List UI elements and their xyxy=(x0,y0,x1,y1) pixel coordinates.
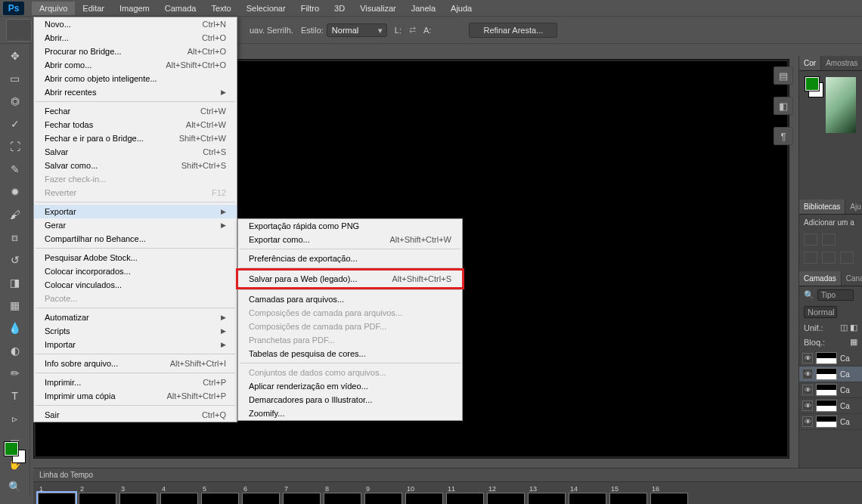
fg-color[interactable] xyxy=(805,77,819,91)
adjustments-tab[interactable]: Aju xyxy=(845,199,862,214)
menu-item-fechar[interactable]: FecharCtrl+W xyxy=(34,104,237,118)
frame-thumb[interactable] xyxy=(242,493,280,504)
frame-thumb[interactable] xyxy=(446,493,484,504)
unif-icons[interactable]: ◫ ◧ xyxy=(840,323,857,332)
frame-thumb[interactable] xyxy=(364,493,402,504)
menu-item-abrir-como-[interactable]: Abrir como...Alt+Shift+Ctrl+O xyxy=(34,58,237,72)
pen-tool[interactable]: ✏ xyxy=(6,364,24,382)
menu-editar[interactable]: Editar xyxy=(75,2,112,15)
quick-select-tool[interactable]: ✓ xyxy=(6,115,24,133)
menu-item-procurar-no-bridge-[interactable]: Procurar no Bridge...Alt+Ctrl+O xyxy=(34,45,237,58)
frame-thumb[interactable] xyxy=(487,493,525,504)
refine-edge-button[interactable]: Refinar Aresta... xyxy=(469,23,557,38)
menu-item-exportar[interactable]: Exportar▶ xyxy=(34,205,237,218)
blur-tool[interactable]: 💧 xyxy=(6,319,24,337)
submenu-item-salvar-para-a-web-legado-[interactable]: Salvar para a Web (legado)...Alt+Shift+C… xyxy=(238,272,462,286)
gradient-tool[interactable]: ▦ xyxy=(6,296,24,314)
submenu-item-demarcadores-para-o-illustrator-[interactable]: Demarcadores para o Illustrator... xyxy=(238,393,462,407)
menu-item-fechar-todas[interactable]: Fechar todasAlt+Ctrl+W xyxy=(34,118,237,131)
menu-item-abrir-como-objeto-inteligente-[interactable]: Abrir como objeto inteligente... xyxy=(34,72,237,85)
submenu-item-prefer-ncias-de-exporta-o-[interactable]: Preferências de exportação... xyxy=(238,252,462,265)
menu-item-info-sobre-arquivo-[interactable]: Info sobre arquivo...Alt+Shift+Ctrl+I xyxy=(34,357,237,370)
eraser-tool[interactable]: ◨ xyxy=(6,274,24,292)
submenu-item-exportar-como-[interactable]: Exportar como...Alt+Shift+Ctrl+W xyxy=(238,233,462,246)
layer-row[interactable]: 👁Ca xyxy=(799,398,862,414)
eye-icon[interactable]: 👁 xyxy=(802,400,813,411)
submenu-item-aplicar-renderiza-o-em-v-deo-[interactable]: Aplicar renderização em vídeo... xyxy=(238,379,462,393)
zoom-tool[interactable]: 🔍 xyxy=(6,478,24,496)
menu-item-gerar[interactable]: Gerar▶ xyxy=(34,218,237,232)
adjust-icon-1[interactable] xyxy=(804,233,817,246)
menu-item-novo-[interactable]: Novo...Ctrl+N xyxy=(34,17,237,31)
layer-row[interactable]: 👁Ca xyxy=(799,351,862,366)
healing-tool[interactable]: ✹ xyxy=(6,183,24,201)
frame-thumb[interactable] xyxy=(528,493,566,504)
frame-thumb[interactable] xyxy=(79,493,116,504)
channels-tab[interactable]: Cana xyxy=(842,271,862,286)
lock-icons[interactable]: ▦ xyxy=(850,337,857,347)
adjust-icon-2[interactable] xyxy=(822,233,836,246)
menu-item-imprimir-[interactable]: Imprimir...Ctrl+P xyxy=(34,376,237,389)
stamp-tool[interactable]: ⧈ xyxy=(6,228,24,246)
adjust-icon-4[interactable] xyxy=(822,252,836,264)
frame-thumb[interactable] xyxy=(38,493,76,504)
fg-bg-color[interactable] xyxy=(805,77,823,97)
menu-item-salvar[interactable]: SalvarCtrl+S xyxy=(34,145,237,159)
lasso-tool[interactable]: ⏣ xyxy=(6,92,24,110)
blend-mode-select[interactable]: Normal xyxy=(804,306,837,318)
menu-item-pesquisar-adobe-stock-[interactable]: Pesquisar Adobe Stock... xyxy=(34,251,237,264)
submenu-item-tabelas-de-pesquisa-de-cores-[interactable]: Tabelas de pesquisa de cores... xyxy=(238,347,462,360)
properties-panel-icon[interactable]: ◧ xyxy=(774,97,793,115)
menu-texto[interactable]: Texto xyxy=(203,2,238,15)
menu-item-fechar-e-ir-para-o-bridge-[interactable]: Fechar e ir para o Bridge...Shift+Ctrl+W xyxy=(34,131,237,145)
brush-tool[interactable]: 🖌 xyxy=(6,206,24,224)
frame-thumb[interactable] xyxy=(160,493,198,504)
submenu-item-camadas-para-arquivos-[interactable]: Camadas para arquivos... xyxy=(238,292,462,306)
characters-panel-icon[interactable]: ¶ xyxy=(774,127,793,145)
menu-item-colocar-incorporados-[interactable]: Colocar incorporados... xyxy=(34,264,237,278)
menu-arquivo[interactable]: Arquivo xyxy=(32,2,75,15)
frame-thumb[interactable] xyxy=(569,493,606,504)
fg-bg-swatch-toolbar[interactable] xyxy=(5,442,26,463)
menu-selecionar[interactable]: Selecionar xyxy=(239,2,293,15)
menu-visualizar[interactable]: Visualizar xyxy=(352,2,404,15)
style-dropdown[interactable]: Normal xyxy=(327,23,387,37)
menu-item-sair[interactable]: SairCtrl+Q xyxy=(34,408,237,422)
swap-icon[interactable]: ⇄ xyxy=(409,25,416,35)
submenu-item-zoomify-[interactable]: Zoomify... xyxy=(238,407,462,420)
eye-icon[interactable]: 👁 xyxy=(802,353,813,363)
type-tool[interactable]: T xyxy=(6,387,24,405)
layer-row[interactable]: 👁Ca xyxy=(799,414,862,430)
menu-item-imprimir-uma-c-pia[interactable]: Imprimir uma cópiaAlt+Shift+Ctrl+P xyxy=(34,389,237,403)
eyedropper-tool[interactable]: ✎ xyxy=(6,160,24,178)
frame-thumb[interactable] xyxy=(119,493,157,504)
layers-tab[interactable]: Camadas xyxy=(799,271,842,286)
layer-row[interactable]: 👁Ca xyxy=(799,382,862,398)
libraries-tab[interactable]: Bibliotecas xyxy=(799,199,845,214)
layer-filter-type[interactable]: Tipo xyxy=(817,289,854,301)
frame-thumb[interactable] xyxy=(201,493,239,504)
menu-item-compartilhar-no-behance-[interactable]: Compartilhar no Behance... xyxy=(34,232,237,246)
menu-item-colocar-vinculados-[interactable]: Colocar vinculados... xyxy=(34,278,237,292)
color-tab[interactable]: Cor xyxy=(799,56,821,70)
history-brush-tool[interactable]: ↺ xyxy=(6,251,24,269)
crop-tool[interactable]: ⛶ xyxy=(6,138,24,156)
eye-icon[interactable]: 👁 xyxy=(802,416,813,427)
timeline-title[interactable]: Linha do Tempo xyxy=(33,468,862,482)
swatches-tab[interactable]: Amostras xyxy=(821,56,862,70)
menu-item-importar[interactable]: Importar▶ xyxy=(34,338,237,351)
menu-item-salvar-como-[interactable]: Salvar como...Shift+Ctrl+S xyxy=(34,159,237,172)
frame-thumb[interactable] xyxy=(283,493,321,504)
marquee-tool[interactable]: ▭ xyxy=(6,70,24,88)
path-select-tool[interactable]: ▹ xyxy=(6,410,24,428)
submenu-item-exporta-o-r-pida-como-png[interactable]: Exportação rápida como PNG xyxy=(238,219,462,233)
frame-thumb[interactable] xyxy=(324,493,361,504)
menu-filtro[interactable]: Filtro xyxy=(293,2,327,15)
menu-item-automatizar[interactable]: Automatizar▶ xyxy=(34,311,237,324)
layer-row[interactable]: 👁Ca xyxy=(799,366,862,382)
color-picker-gradient[interactable] xyxy=(826,77,856,133)
dodge-tool[interactable]: ◐ xyxy=(6,342,24,360)
eye-icon[interactable]: 👁 xyxy=(802,385,813,395)
frame-thumb[interactable] xyxy=(650,493,688,504)
move-tool[interactable]: ✥ xyxy=(6,47,24,65)
